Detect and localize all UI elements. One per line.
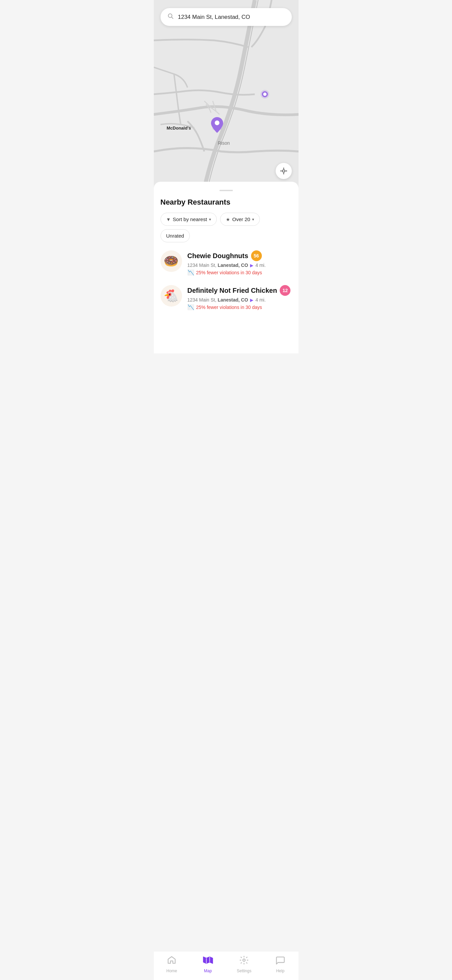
city-text: Lanestad, CO xyxy=(218,297,248,302)
restaurant-list: 🍩 Chewie Doughnuts 56 1234 Main St, Lane… xyxy=(161,250,292,310)
svg-text:Rison: Rison xyxy=(218,140,230,146)
svg-point-4 xyxy=(215,121,220,125)
city-text: Lanestad, CO xyxy=(218,262,248,268)
trend-text: 25% fewer violations in 30 days xyxy=(196,305,262,310)
restaurant-emoji: 🐔 xyxy=(161,285,182,307)
rating-chevron-icon: ▾ xyxy=(252,217,254,222)
distance-text: 4 mi. xyxy=(255,297,266,302)
restaurant-address: 1234 Main St, Lanestad, CO ▶ 4 mi. xyxy=(188,262,292,268)
distance-text: 4 mi. xyxy=(255,262,266,268)
restaurant-name: Chewie Doughnuts xyxy=(188,252,248,260)
svg-text:McDonald's: McDonald's xyxy=(167,126,191,130)
address-text: 1234 Main St, Lanestad, CO xyxy=(188,262,248,268)
svg-point-10 xyxy=(243,959,245,961)
restaurant-address: 1234 Main St, Lanestad, CO ▶ 4 mi. xyxy=(188,297,292,302)
restaurant-info: Chewie Doughnuts 56 1234 Main St, Lanest… xyxy=(188,250,292,275)
nav-item-help[interactable]: Help xyxy=(269,955,292,973)
restaurant-item[interactable]: 🐔 Definitely Not Fried Chicken 12 1234 M… xyxy=(161,285,292,310)
search-input-value: 1234 Main St, Lanestad, CO xyxy=(178,14,250,21)
svg-point-7 xyxy=(263,92,267,96)
restaurant-emoji: 🍩 xyxy=(161,250,182,272)
svg-point-9 xyxy=(282,170,285,172)
nav-label-help: Help xyxy=(276,969,284,973)
restaurant-name: Definitely Not Fried Chicken xyxy=(188,287,277,294)
sort-filter-chip[interactable]: ▼ Sort by nearest ▾ xyxy=(161,213,217,226)
sort-chevron-icon: ▾ xyxy=(209,217,211,222)
home-icon xyxy=(167,955,177,967)
sort-label: Sort by nearest xyxy=(173,216,207,222)
nav-label-map: Map xyxy=(204,969,212,973)
rating-filter-chip[interactable]: ★ Over 20 ▾ xyxy=(220,213,260,226)
star-icon: ★ xyxy=(226,217,230,222)
map-background: McDonald's Rison xyxy=(154,0,299,188)
restaurant-name-row: Chewie Doughnuts 56 xyxy=(188,250,292,261)
bottom-panel: Nearby Restaurants ▼ Sort by nearest ▾ ★… xyxy=(154,182,299,353)
address-text: 1234 Main St, Lanestad, CO xyxy=(188,297,248,302)
navigation-icon: ▶ xyxy=(250,263,253,268)
bottom-nav: Home Map Settings Help xyxy=(154,951,299,980)
nav-item-map[interactable]: Map xyxy=(196,955,220,973)
filter-row: ▼ Sort by nearest ▾ ★ Over 20 ▾ Unrated xyxy=(161,213,292,242)
trend-text: 25% fewer violations in 30 days xyxy=(196,270,262,275)
sort-icon: ▼ xyxy=(166,217,171,222)
section-title: Nearby Restaurants xyxy=(161,198,292,207)
score-badge: 56 xyxy=(251,250,262,261)
trend-down-icon: 📉 xyxy=(188,304,194,310)
search-icon xyxy=(167,13,174,21)
unrated-label: Unrated xyxy=(166,233,184,239)
drag-handle[interactable] xyxy=(220,190,233,191)
help-icon xyxy=(275,955,285,967)
trend-row: 📉 25% fewer violations in 30 days xyxy=(188,304,292,310)
map-view: McDonald's Rison 1234 Main St, Lanestad,… xyxy=(154,0,299,188)
restaurant-item[interactable]: 🍩 Chewie Doughnuts 56 1234 Main St, Lane… xyxy=(161,250,292,275)
settings-icon xyxy=(239,955,249,967)
restaurant-info: Definitely Not Fried Chicken 12 1234 Mai… xyxy=(188,285,292,310)
search-bar[interactable]: 1234 Main St, Lanestad, CO xyxy=(161,8,292,26)
navigation-icon: ▶ xyxy=(250,298,253,302)
trend-row: 📉 25% fewer violations in 30 days xyxy=(188,269,292,275)
unrated-filter-chip[interactable]: Unrated xyxy=(161,229,190,242)
map-roads-svg: McDonald's Rison xyxy=(154,0,299,188)
rating-label: Over 20 xyxy=(232,216,250,222)
nav-label-settings: Settings xyxy=(237,969,251,973)
nav-label-home: Home xyxy=(166,969,177,973)
trend-down-icon: 📉 xyxy=(188,269,194,275)
location-button[interactable] xyxy=(275,163,292,179)
nav-item-home[interactable]: Home xyxy=(160,955,183,973)
score-badge: 12 xyxy=(280,285,290,296)
map-icon xyxy=(203,955,213,967)
nav-item-settings[interactable]: Settings xyxy=(232,955,256,973)
restaurant-name-row: Definitely Not Fried Chicken 12 xyxy=(188,285,292,296)
